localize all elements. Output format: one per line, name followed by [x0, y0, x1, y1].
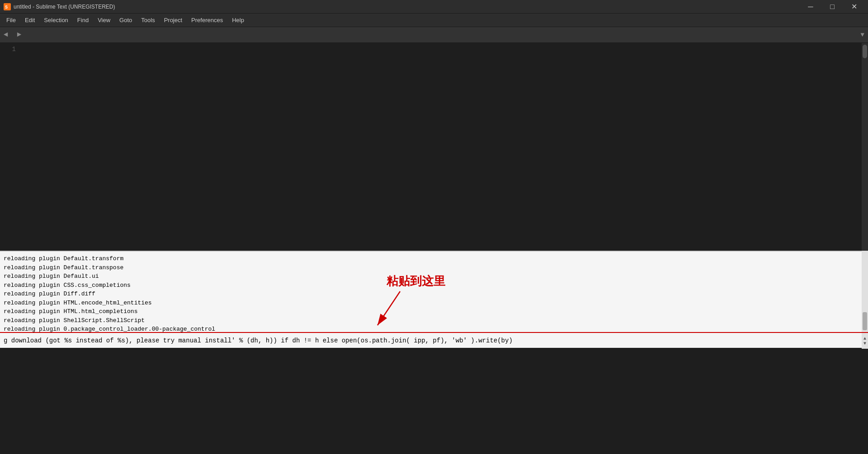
menu-find[interactable]: Find	[73, 15, 93, 25]
editor-scrollbar[interactable]	[862, 43, 868, 251]
titlebar-left: S untitled - Sublime Text (UNREGISTERED)	[4, 3, 115, 10]
menubar: File Edit Selection Find View Goto Tools…	[0, 14, 868, 27]
tabbar: ◄ ► ▼	[0, 27, 868, 43]
editor-area: 1	[0, 43, 868, 251]
command-scrollbar[interactable]: ▲ ▼	[862, 333, 868, 349]
output-scrollbar[interactable]	[862, 251, 868, 332]
menu-view[interactable]: View	[93, 15, 115, 25]
menu-tools[interactable]: Tools	[137, 15, 159, 25]
output-line-7: reloading plugin HTML.html_completions	[4, 307, 864, 316]
tab-nav-right-icon[interactable]: ►	[14, 27, 25, 42]
output-line-8: reloading plugin ShellScript.ShellScript	[4, 316, 864, 325]
command-input[interactable]	[0, 333, 868, 348]
tab-scroll-right-icon[interactable]: ▼	[857, 27, 868, 42]
output-line-5: reloading plugin Diff.diff	[4, 290, 864, 299]
output-line-2: reloading plugin Default.transpose	[4, 263, 864, 272]
output-panel-wrapper: reloading plugin Default.transform reloa…	[0, 251, 868, 332]
menu-edit[interactable]: Edit	[20, 15, 39, 25]
output-scroll-thumb[interactable]	[863, 312, 867, 330]
command-bar: ▲ ▼	[0, 332, 868, 348]
menu-file[interactable]: File	[2, 15, 20, 25]
close-button[interactable]: ✕	[844, 0, 864, 14]
menu-selection[interactable]: Selection	[39, 15, 72, 25]
menu-help[interactable]: Help	[227, 15, 249, 25]
output-line-4: reloading plugin CSS.css_completions	[4, 281, 864, 290]
app-icon: S	[4, 3, 11, 10]
output-line-6: reloading plugin HTML.encode_html_entiti…	[4, 299, 864, 308]
svg-text:S: S	[5, 5, 8, 10]
titlebar: S untitled - Sublime Text (UNREGISTERED)…	[0, 0, 868, 14]
line-numbers: 1	[0, 43, 20, 251]
scroll-up-icon[interactable]: ▲	[863, 336, 866, 341]
menu-preferences[interactable]: Preferences	[187, 15, 227, 25]
tab-nav-left-icon[interactable]: ◄	[0, 27, 12, 42]
output-line-3: reloading plugin Default.ui	[4, 272, 864, 281]
output-line-9: reloading plugin 0.package_control_loade…	[4, 325, 864, 332]
titlebar-controls: ─ □ ✕	[800, 0, 864, 14]
output-content: reloading plugin Default.transform reloa…	[0, 253, 868, 332]
line-number-1: 1	[0, 46, 16, 53]
minimize-button[interactable]: ─	[800, 0, 821, 14]
scroll-down-icon[interactable]: ▼	[863, 341, 866, 346]
maximize-button[interactable]: □	[822, 0, 843, 14]
titlebar-title: untitled - Sublime Text (UNREGISTERED)	[14, 4, 115, 10]
menu-project[interactable]: Project	[160, 15, 187, 25]
output-line-1: reloading plugin Default.transform	[4, 254, 864, 263]
menu-goto[interactable]: Goto	[115, 15, 137, 25]
output-panel: reloading plugin Default.transform reloa…	[0, 251, 868, 332]
editor-content[interactable]	[20, 43, 862, 251]
editor-scroll-thumb[interactable]	[863, 45, 867, 58]
